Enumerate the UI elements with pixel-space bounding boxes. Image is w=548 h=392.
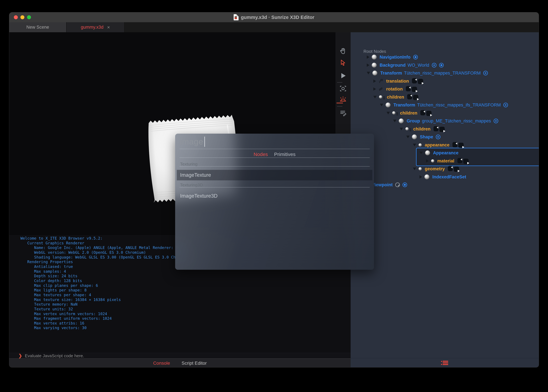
dialog-result-item[interactable]: ImageTexture3D — [180, 191, 217, 201]
expand-arrow-icon[interactable] — [367, 56, 369, 59]
visibility-eye-icon[interactable] — [483, 71, 488, 75]
document-tab[interactable]: New Scene — [9, 22, 66, 32]
expand-arrow-icon[interactable] — [373, 96, 377, 98]
node-sphere-icon — [372, 63, 377, 68]
node-type-label: IndexedFaceSet — [432, 175, 466, 180]
expand-arrow-icon[interactable] — [393, 120, 397, 122]
field-name-label: material — [437, 159, 454, 164]
console-prompt-placeholder: Evaluate JavaScript code here. — [25, 353, 84, 358]
tree-row[interactable]: children — [387, 109, 433, 117]
edit-wrench-icon[interactable] — [395, 182, 400, 187]
tree-row[interactable]: geometry — [413, 165, 460, 173]
dialog-tab-primitives[interactable]: Primitives — [274, 152, 296, 157]
expand-arrow-icon[interactable] — [373, 79, 376, 83]
node-sphere-icon — [399, 119, 404, 123]
field-sphere-icon — [418, 167, 422, 170]
document-tab[interactable]: gummy.x3d× — [66, 22, 125, 32]
script-list-pencil-icon[interactable] — [339, 109, 347, 117]
zoom-window-button[interactable] — [27, 15, 31, 19]
prompt-chevron-icon: ❯ — [18, 353, 22, 358]
expand-arrow-icon[interactable] — [380, 104, 383, 106]
visibility-eye-icon[interactable] — [432, 63, 436, 68]
tree-row[interactable]: Shape — [406, 133, 440, 141]
node-sphere-icon — [386, 103, 390, 107]
dialog-tab-nodes[interactable]: Nodes — [253, 152, 268, 157]
tree-row[interactable]: Groupgroup_ME_Tütchen_rissc_mappes — [393, 117, 498, 125]
expand-arrow-icon[interactable] — [406, 136, 410, 138]
outline-editor-panel: Root Nodes NavigationInfoBackgroundWO_Wo… — [351, 32, 539, 367]
bind-target-icon[interactable] — [439, 63, 444, 68]
snapshot-camera-icon[interactable] — [339, 85, 347, 92]
children-field-icon — [379, 95, 384, 99]
document-icon — [234, 14, 238, 21]
route-connector-icons[interactable] — [457, 157, 469, 165]
tree-row[interactable]: TransformTütchen_rissc_mappes_TRANSFORM — [367, 69, 488, 77]
console-tab-bar: ConsoleScript Editor — [9, 358, 351, 367]
route-connector-icons[interactable] — [433, 126, 446, 133]
arrow-select-icon[interactable] — [339, 59, 347, 66]
route-connector-icons[interactable] — [452, 141, 465, 149]
bind-target-icon[interactable] — [413, 55, 418, 59]
toolbar-divider — [337, 106, 342, 106]
tree-row[interactable]: IndexedFaceSet — [419, 173, 466, 181]
tree-row[interactable]: material — [426, 157, 469, 165]
expand-arrow-icon[interactable] — [373, 87, 376, 91]
field-name-label: children — [387, 95, 404, 100]
route-connector-icons[interactable] — [447, 165, 460, 173]
expand-arrow-icon[interactable] — [426, 159, 429, 163]
visibility-eye-icon[interactable] — [503, 103, 508, 107]
expand-arrow-icon[interactable] — [413, 168, 416, 170]
tree-row[interactable]: rotation — [373, 85, 418, 93]
dialog-divider — [180, 149, 370, 149]
console-tab-console[interactable]: Console — [153, 361, 170, 366]
children-field-icon — [405, 126, 410, 132]
pan-hand-icon[interactable] — [339, 47, 347, 55]
minimize-window-button[interactable] — [21, 15, 24, 19]
dialog-result-item[interactable]: ImageTexture — [180, 170, 211, 180]
visibility-eye-icon[interactable] — [436, 135, 440, 139]
tree-row[interactable]: translation — [373, 77, 424, 85]
console-prompt-row[interactable]: ❯ Evaluate JavaScript code here. — [9, 353, 351, 359]
close-window-button[interactable] — [14, 15, 18, 19]
field-name-label: appearance — [425, 142, 449, 148]
dialog-section-label: Texturing3D — [180, 182, 203, 188]
translation-field-icon — [378, 79, 383, 84]
play-icon[interactable] — [339, 72, 346, 79]
expand-arrow-icon[interactable] — [419, 175, 422, 179]
field-sphere-icon — [418, 143, 422, 147]
tree-row[interactable]: children — [400, 125, 446, 133]
expand-arrow-icon[interactable] — [413, 144, 416, 146]
route-connector-icons[interactable] — [420, 109, 433, 117]
tree-row[interactable]: Appearance — [419, 149, 459, 157]
expand-arrow-icon[interactable] — [400, 128, 403, 130]
tree-row[interactable]: BackgroundWO_World — [367, 61, 444, 69]
expand-arrow-icon[interactable] — [419, 152, 423, 154]
tree-row[interactable]: children — [373, 93, 419, 101]
tree-row[interactable]: TransformTütchen_rissc_mappes_ifs_TRANSF… — [380, 101, 508, 109]
node-def-name-label: WO_World — [408, 63, 429, 68]
console-tab-script-editor[interactable]: Script Editor — [181, 361, 207, 366]
light-sun-icon[interactable] — [339, 96, 347, 103]
visibility-eye-icon[interactable] — [494, 119, 498, 123]
tree-row[interactable]: NavigationInfo — [367, 53, 418, 61]
expand-arrow-icon[interactable] — [387, 112, 390, 114]
title-bar[interactable]: gummy.x3d · Sunrize X3D Editor — [9, 12, 539, 22]
light-active-underline — [336, 103, 343, 103]
dialog-divider — [180, 187, 370, 188]
node-type-label: Appearance — [433, 150, 459, 155]
node-sphere-icon — [425, 175, 429, 179]
expand-arrow-icon[interactable] — [367, 63, 369, 67]
tree-row[interactable]: appearance — [413, 141, 465, 149]
route-connector-icons[interactable] — [407, 93, 419, 101]
route-connector-icons[interactable] — [411, 77, 424, 85]
dialog-section-label: Texturing — [180, 162, 198, 167]
tab-close-icon[interactable]: × — [107, 25, 110, 30]
node-search-input[interactable]: image — [180, 136, 205, 148]
node-def-name-label: group_ME_Tütchen_rissc_mappes — [422, 119, 491, 124]
traffic-lights — [9, 12, 31, 22]
route-connector-icons[interactable] — [405, 85, 418, 93]
bind-target-icon[interactable] — [403, 182, 407, 187]
expand-arrow-icon[interactable] — [367, 72, 370, 74]
outline-list-icon[interactable] — [441, 360, 448, 366]
children-field-icon — [392, 111, 397, 116]
